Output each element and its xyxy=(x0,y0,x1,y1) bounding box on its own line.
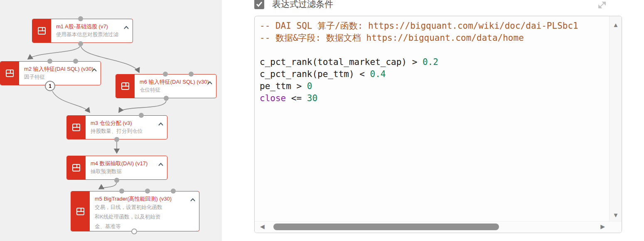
node-subtitle: 使用基本信息对股票池过滤 xyxy=(56,31,131,38)
code-line xyxy=(260,44,607,56)
node-port[interactable] xyxy=(163,72,168,77)
module-icon xyxy=(67,116,86,139)
node-m1[interactable]: m1 A股-基础选股 (v7) 使用基本信息对股票池过滤 xyxy=(32,19,133,43)
node-m3[interactable]: m3 仓位分配 (v3) 持股数量、打分到仓位 xyxy=(66,115,167,139)
module-icon xyxy=(71,191,90,231)
chevron-up-icon[interactable] xyxy=(190,196,195,199)
module-icon xyxy=(0,62,19,85)
scroll-right-icon[interactable]: ▶ xyxy=(600,223,605,230)
node-title: m5 BigTrader(高性能回测) (v30) xyxy=(95,195,197,202)
code-line: -- DAI SQL 算子/函数: https://bigquant.com/w… xyxy=(260,20,607,32)
node-port[interactable] xyxy=(114,137,119,142)
badge-number: 1 xyxy=(49,83,52,89)
node-port[interactable] xyxy=(119,189,124,194)
node-subtitle: 金、基准等 xyxy=(95,222,197,231)
code-line: close <= 30 xyxy=(260,92,607,104)
chevron-up-icon[interactable] xyxy=(158,160,163,164)
horizontal-scrollbar-thumb[interactable] xyxy=(273,224,499,230)
vertical-scrollbar[interactable]: ▲ ▼ xyxy=(609,16,622,221)
node-title: m2 输入特征(DAI SQL) (v30) xyxy=(24,65,99,72)
node-subtitle: 仓位特征 xyxy=(140,87,214,94)
node-m5[interactable]: m5 BigTrader(高性能回测) (v30) 交易，日线，设置初始化函数 … xyxy=(71,191,199,231)
node-title: m3 仓位分配 (v3) xyxy=(91,119,165,127)
node-subtitle: 持股数量、打分到仓位 xyxy=(91,128,165,135)
module-icon xyxy=(67,156,86,179)
node-m4[interactable]: m4 数据抽取(DAI) (v17) 抽取预测数据 xyxy=(66,156,167,180)
chevron-up-icon[interactable] xyxy=(92,66,97,69)
code-editor[interactable]: -- DAI SQL 算子/函数: https://bigquant.com/w… xyxy=(254,16,622,233)
node-port[interactable] xyxy=(164,96,169,101)
node-m6[interactable]: m6 输入特征(DAI SQL) (v30) 仓位特征 xyxy=(116,74,216,98)
flowchart-canvas[interactable]: m1 A股-基础选股 (v7) 使用基本信息对股票池过滤 m2 输入特征(DAI… xyxy=(0,0,222,241)
scroll-left-icon[interactable]: ◀ xyxy=(260,223,265,230)
chevron-up-icon[interactable] xyxy=(158,120,163,123)
node-port[interactable] xyxy=(131,229,137,234)
node-port[interactable] xyxy=(47,59,52,64)
horizontal-scrollbar[interactable]: ◀ ▶ xyxy=(255,221,622,233)
node-port[interactable] xyxy=(189,72,194,77)
node-subtitle: 因子特征 xyxy=(24,74,99,81)
code-line: -- 数据&字段: 数据文档 https://bigquant.com/data… xyxy=(260,32,607,44)
code-line: pe_ttm > 0 xyxy=(260,80,607,92)
module-icon xyxy=(116,75,135,98)
node-port[interactable] xyxy=(145,189,150,194)
node-title: m4 数据抽取(DAI) (v17) xyxy=(91,160,165,167)
node-subtitle: 和K线处理函数，以及初始资 xyxy=(95,213,197,221)
app-window: m1 A股-基础选股 (v7) 使用基本信息对股票池过滤 m2 输入特征(DAI… xyxy=(0,0,644,241)
code-line: c_pct_rank(pe_ttm) < 0.4 xyxy=(260,68,607,80)
expand-icon[interactable] xyxy=(597,1,607,9)
node-title: m6 输入特征(DAI SQL) (v30) xyxy=(140,78,214,85)
node-subtitle: 交易，日线，设置初始化函数 xyxy=(95,203,197,212)
node-port[interactable] xyxy=(73,59,78,64)
module-icon xyxy=(32,19,51,42)
node-port[interactable] xyxy=(139,113,144,118)
checkbox-label: 表达式过滤条件 xyxy=(272,0,333,10)
scroll-down-icon[interactable]: ▼ xyxy=(610,211,622,219)
editor-header: 表达式过滤条件 xyxy=(254,0,333,10)
node-port[interactable] xyxy=(114,178,119,183)
chevron-up-icon[interactable] xyxy=(124,23,129,27)
output-count-badge: 1 xyxy=(45,81,55,91)
checkmark-icon xyxy=(256,1,263,7)
node-port[interactable] xyxy=(78,16,83,21)
chevron-up-icon[interactable] xyxy=(207,79,212,82)
node-title: m1 A股-基础选股 (v7) xyxy=(56,23,131,30)
node-port[interactable] xyxy=(78,41,83,46)
expression-filter-checkbox[interactable] xyxy=(254,0,264,9)
code-content: -- DAI SQL 算子/函数: https://bigquant.com/w… xyxy=(260,20,607,219)
code-line: c_pct_rank(total_market_cap) > 0.2 xyxy=(260,56,607,68)
node-port[interactable] xyxy=(171,189,176,194)
scroll-up-icon[interactable]: ▲ xyxy=(610,21,622,28)
node-subtitle: 抽取预测数据 xyxy=(91,168,165,175)
